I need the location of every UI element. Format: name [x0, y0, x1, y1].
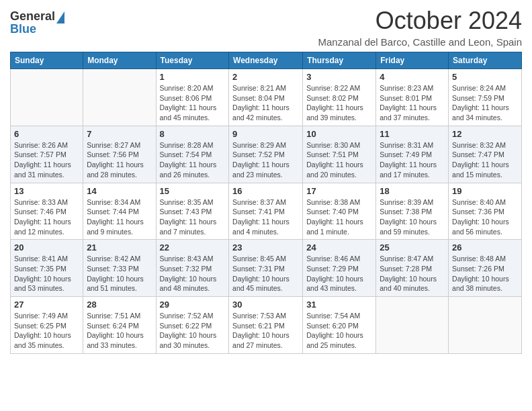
table-row: 31Sunrise: 7:54 AMSunset: 6:20 PMDayligh…: [303, 297, 376, 354]
day-info: Sunrise: 8:45 AMSunset: 7:31 PMDaylight:…: [232, 254, 299, 293]
day-info: Sunrise: 8:30 AMSunset: 7:51 PMDaylight:…: [306, 140, 372, 180]
page-header: General Blue October 2024 Manzanal del B…: [10, 7, 522, 48]
day-info: Sunrise: 8:40 AMSunset: 7:36 PMDaylight:…: [452, 197, 518, 237]
calendar-week-row: 6Sunrise: 8:26 AMSunset: 7:57 PMDaylight…: [11, 126, 522, 183]
day-info: Sunrise: 8:24 AMSunset: 7:59 PMDaylight:…: [452, 83, 518, 123]
day-number: 17: [306, 186, 372, 196]
logo-general: General: [10, 9, 55, 24]
calendar-week-row: 13Sunrise: 8:33 AMSunset: 7:46 PMDayligh…: [11, 183, 522, 240]
table-row: 11Sunrise: 8:31 AMSunset: 7:49 PMDayligh…: [376, 126, 449, 183]
day-info: Sunrise: 8:29 AMSunset: 7:52 PMDaylight:…: [232, 140, 299, 180]
day-number: 8: [160, 129, 226, 139]
location-title: Manzanal del Barco, Castille and Leon, S…: [318, 36, 522, 48]
day-number: 12: [452, 129, 518, 139]
header-sunday: Sunday: [11, 52, 83, 69]
day-number: 9: [232, 129, 299, 139]
day-info: Sunrise: 8:42 AMSunset: 7:33 PMDaylight:…: [87, 254, 152, 293]
day-info: Sunrise: 8:47 AMSunset: 7:28 PMDaylight:…: [380, 254, 445, 293]
day-number: 26: [452, 242, 518, 253]
calendar-header-row: Sunday Monday Tuesday Wednesday Thursday…: [11, 52, 522, 69]
day-info: Sunrise: 8:34 AMSunset: 7:44 PMDaylight:…: [87, 197, 152, 237]
day-number: 28: [87, 300, 152, 310]
day-info: Sunrise: 8:48 AMSunset: 7:26 PMDaylight:…: [452, 254, 518, 293]
day-info: Sunrise: 8:26 AMSunset: 7:57 PMDaylight:…: [14, 140, 79, 180]
calendar-week-row: 20Sunrise: 8:41 AMSunset: 7:35 PMDayligh…: [11, 240, 522, 297]
day-info: Sunrise: 8:43 AMSunset: 7:32 PMDaylight:…: [160, 254, 226, 293]
table-row: 13Sunrise: 8:33 AMSunset: 7:46 PMDayligh…: [11, 183, 83, 240]
day-number: 22: [160, 242, 226, 253]
table-row: 3Sunrise: 8:22 AMSunset: 8:02 PMDaylight…: [303, 69, 376, 126]
day-number: 19: [452, 186, 518, 196]
table-row: [11, 69, 83, 126]
table-row: 12Sunrise: 8:32 AMSunset: 7:47 PMDayligh…: [449, 126, 522, 183]
calendar-week-row: 27Sunrise: 7:49 AMSunset: 6:25 PMDayligh…: [11, 297, 522, 354]
header-wednesday: Wednesday: [229, 52, 303, 69]
day-info: Sunrise: 8:35 AMSunset: 7:43 PMDaylight:…: [160, 197, 226, 237]
table-row: 20Sunrise: 8:41 AMSunset: 7:35 PMDayligh…: [11, 240, 83, 297]
day-number: 30: [232, 300, 299, 310]
day-number: 27: [14, 300, 79, 310]
day-number: 6: [14, 129, 79, 139]
table-row: 6Sunrise: 8:26 AMSunset: 7:57 PMDaylight…: [11, 126, 83, 183]
day-number: 4: [380, 72, 445, 82]
day-info: Sunrise: 7:49 AMSunset: 6:25 PMDaylight:…: [14, 311, 79, 351]
day-info: Sunrise: 8:21 AMSunset: 8:04 PMDaylight:…: [232, 83, 299, 123]
table-row: 24Sunrise: 8:46 AMSunset: 7:29 PMDayligh…: [303, 240, 376, 297]
day-info: Sunrise: 8:37 AMSunset: 7:41 PMDaylight:…: [232, 197, 299, 237]
day-info: Sunrise: 8:27 AMSunset: 7:56 PMDaylight:…: [87, 140, 152, 180]
table-row: 7Sunrise: 8:27 AMSunset: 7:56 PMDaylight…: [83, 126, 156, 183]
table-row: 18Sunrise: 8:39 AMSunset: 7:38 PMDayligh…: [376, 183, 449, 240]
day-info: Sunrise: 7:54 AMSunset: 6:20 PMDaylight:…: [306, 311, 372, 351]
table-row: 22Sunrise: 8:43 AMSunset: 7:32 PMDayligh…: [156, 240, 229, 297]
table-row: 14Sunrise: 8:34 AMSunset: 7:44 PMDayligh…: [83, 183, 156, 240]
calendar-table: Sunday Monday Tuesday Wednesday Thursday…: [10, 52, 522, 354]
day-info: Sunrise: 7:53 AMSunset: 6:21 PMDaylight:…: [232, 311, 299, 351]
table-row: 19Sunrise: 8:40 AMSunset: 7:36 PMDayligh…: [449, 183, 522, 240]
title-block: October 2024 Manzanal del Barco, Castill…: [318, 7, 522, 48]
day-number: 18: [380, 186, 445, 196]
day-number: 25: [380, 242, 445, 253]
day-info: Sunrise: 8:33 AMSunset: 7:46 PMDaylight:…: [14, 197, 79, 237]
table-row: 10Sunrise: 8:30 AMSunset: 7:51 PMDayligh…: [303, 126, 376, 183]
table-row: [376, 297, 449, 354]
table-row: 25Sunrise: 8:47 AMSunset: 7:28 PMDayligh…: [376, 240, 449, 297]
day-number: 14: [87, 186, 152, 196]
table-row: 17Sunrise: 8:38 AMSunset: 7:40 PMDayligh…: [303, 183, 376, 240]
table-row: 9Sunrise: 8:29 AMSunset: 7:52 PMDaylight…: [229, 126, 303, 183]
table-row: 5Sunrise: 8:24 AMSunset: 7:59 PMDaylight…: [449, 69, 522, 126]
calendar-week-row: 1Sunrise: 8:20 AMSunset: 8:06 PMDaylight…: [11, 69, 522, 126]
day-number: 10: [306, 129, 372, 139]
header-tuesday: Tuesday: [156, 52, 229, 69]
table-row: [83, 69, 156, 126]
day-info: Sunrise: 8:22 AMSunset: 8:02 PMDaylight:…: [306, 83, 372, 123]
day-info: Sunrise: 8:23 AMSunset: 8:01 PMDaylight:…: [380, 83, 445, 123]
day-info: Sunrise: 8:38 AMSunset: 7:40 PMDaylight:…: [306, 197, 372, 237]
header-monday: Monday: [83, 52, 156, 69]
day-info: Sunrise: 8:20 AMSunset: 8:06 PMDaylight:…: [160, 83, 226, 123]
day-number: 20: [14, 242, 79, 253]
day-number: 23: [232, 242, 299, 253]
table-row: 28Sunrise: 7:51 AMSunset: 6:24 PMDayligh…: [83, 297, 156, 354]
table-row: 4Sunrise: 8:23 AMSunset: 8:01 PMDaylight…: [376, 69, 449, 126]
day-number: 21: [87, 242, 152, 253]
logo-triangle-icon: [56, 11, 64, 24]
day-number: 5: [452, 72, 518, 82]
table-row: 15Sunrise: 8:35 AMSunset: 7:43 PMDayligh…: [156, 183, 229, 240]
table-row: 16Sunrise: 8:37 AMSunset: 7:41 PMDayligh…: [229, 183, 303, 240]
day-number: 3: [306, 72, 372, 82]
day-info: Sunrise: 8:31 AMSunset: 7:49 PMDaylight:…: [380, 140, 445, 180]
day-info: Sunrise: 8:32 AMSunset: 7:47 PMDaylight:…: [452, 140, 518, 180]
day-info: Sunrise: 8:39 AMSunset: 7:38 PMDaylight:…: [380, 197, 445, 237]
day-info: Sunrise: 8:46 AMSunset: 7:29 PMDaylight:…: [306, 254, 372, 293]
header-saturday: Saturday: [449, 52, 522, 69]
logo: General Blue: [10, 9, 64, 36]
table-row: 27Sunrise: 7:49 AMSunset: 6:25 PMDayligh…: [11, 297, 83, 354]
day-info: Sunrise: 7:52 AMSunset: 6:22 PMDaylight:…: [160, 311, 226, 351]
table-row: 26Sunrise: 8:48 AMSunset: 7:26 PMDayligh…: [449, 240, 522, 297]
day-number: 13: [14, 186, 79, 196]
day-info: Sunrise: 8:28 AMSunset: 7:54 PMDaylight:…: [160, 140, 226, 180]
logo-blue: Blue: [10, 22, 36, 36]
table-row: 30Sunrise: 7:53 AMSunset: 6:21 PMDayligh…: [229, 297, 303, 354]
table-row: 1Sunrise: 8:20 AMSunset: 8:06 PMDaylight…: [156, 69, 229, 126]
table-row: 29Sunrise: 7:52 AMSunset: 6:22 PMDayligh…: [156, 297, 229, 354]
